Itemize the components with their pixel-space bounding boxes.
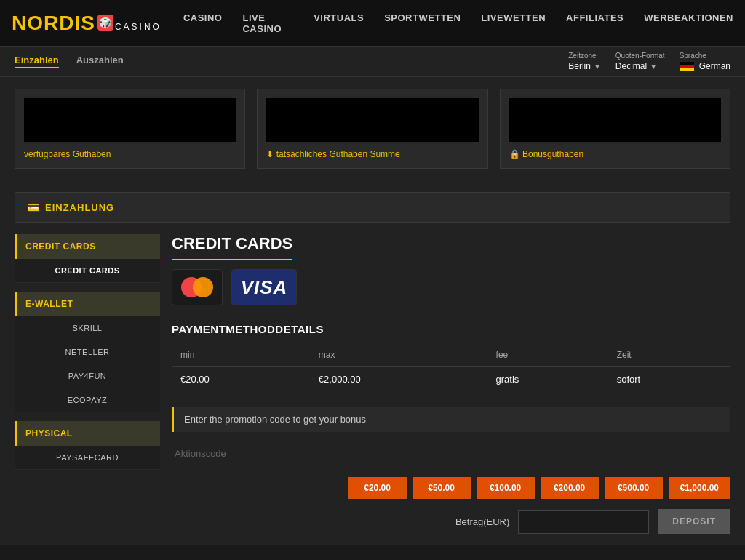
payment-right-content: CREDIT CARDS VISA PAYMENTMETHODDETAILS (172, 234, 730, 534)
content-grid: CREDIT CARDS CREDIT CARDS E-WALLET SKRIL… (15, 234, 730, 534)
category-credit-cards: CREDIT CARDS CREDIT CARDS (15, 234, 160, 283)
payment-method-title: CREDIT CARDS (172, 234, 292, 260)
mc-circle-right (193, 277, 213, 297)
logo-casino: CASINO (115, 22, 162, 35)
item-pay4fun[interactable]: PAY4FUN (15, 364, 160, 388)
category-ewallet: E-WALLET SKRILL NETELLER PAY4FUN ECOPAYZ (15, 292, 160, 412)
balance-available-label: verfügbares Guthaben (24, 149, 236, 159)
category-physical-items: PAYSAFECARD (15, 446, 160, 470)
th-min: min (172, 344, 310, 367)
format-value: Decimal (615, 61, 647, 71)
tab-einzahlen[interactable]: Einzahlen (15, 55, 59, 68)
language-value: German (699, 61, 730, 71)
payment-sidebar: CREDIT CARDS CREDIT CARDS E-WALLET SKRIL… (15, 234, 160, 534)
visa-text: VISA (241, 276, 288, 299)
sub-nav-links: Einzahlen Auszahlen (15, 55, 124, 68)
timezone-label: Zeitzone (568, 52, 601, 60)
visa-logo: VISA (231, 269, 297, 305)
flag-de-icon (680, 62, 694, 71)
balance-available-value (24, 98, 236, 142)
main-content: 💳 EINZAHLUNG CREDIT CARDS CREDIT CARDS E… (0, 180, 745, 545)
top-navigation: NORDIS 🎲 CASINO CASINO LIVE CASINO VIRTU… (0, 0, 745, 47)
einzahlung-icon: 💳 (27, 201, 39, 213)
balance-bonus-value (509, 98, 721, 142)
payment-details-title: PAYMENTMETHODDETAILS (172, 323, 730, 335)
language-label: Sprache (680, 52, 730, 60)
category-physical: PHYSICAL PAYSAFECARD (15, 421, 160, 470)
sub-navigation: Einzahlen Auszahlen Zeitzone Berlin ▼ Qu… (0, 47, 745, 77)
category-ewallet-header[interactable]: E-WALLET (15, 292, 160, 316)
nav-casino[interactable]: CASINO (183, 12, 223, 34)
deposit-button[interactable]: DEPOSIT (658, 509, 730, 534)
category-credit-cards-header[interactable]: CREDIT CARDS (15, 234, 160, 259)
amount-buttons: €20.00 €50.00 €100.00 €200.00 €500.00 €1… (172, 477, 730, 499)
nav-links: CASINO LIVE CASINO VIRTUALS SPORTWETTEN … (183, 12, 733, 34)
timezone-select[interactable]: Berlin ▼ (568, 61, 601, 71)
nav-affiliates[interactable]: AFFILIATES (566, 12, 624, 34)
amount-btn-200[interactable]: €200.00 (541, 477, 599, 499)
td-min: €20.00 (172, 367, 310, 393)
th-zeit: Zeit (608, 344, 730, 367)
amount-btn-100[interactable]: €100.00 (477, 477, 535, 499)
category-ewallet-items: SKRILL NETELLER PAY4FUN ECOPAYZ (15, 316, 160, 412)
nav-virtuals[interactable]: VIRTUALS (314, 12, 364, 34)
format-arrow: ▼ (650, 63, 657, 71)
th-fee: fee (487, 344, 608, 367)
amount-btn-500[interactable]: €500.00 (605, 477, 663, 499)
category-physical-header[interactable]: PHYSICAL (15, 421, 160, 446)
table-row: €20.00 €2,000.00 gratis sofort (172, 367, 730, 393)
language-select[interactable]: German (680, 61, 730, 71)
mastercard-logo (172, 269, 223, 305)
nav-live-casino[interactable]: LIVE CASINO (242, 12, 293, 34)
balance-actual-value (266, 98, 478, 142)
language-dropdown[interactable]: Sprache German (680, 52, 730, 71)
einzahlung-header: 💳 EINZAHLUNG (15, 192, 730, 223)
format-label: Quoten-Format (615, 52, 665, 60)
nav-sportwetten[interactable]: SPORTWETTEN (384, 12, 461, 34)
nav-livewetten[interactable]: LIVEWETTEN (481, 12, 546, 34)
timezone-value: Berlin (568, 61, 591, 71)
balance-card-bonus: 🔒 Bonusguthaben (500, 89, 730, 169)
amount-btn-1000[interactable]: €1,000.00 (669, 477, 730, 499)
deposit-row: Betrag(EUR) DEPOSIT (172, 509, 730, 534)
amount-btn-50[interactable]: €50.00 (413, 477, 471, 499)
logo-name: NORDIS (12, 12, 95, 35)
item-credit-cards[interactable]: CREDIT CARDS (15, 259, 160, 283)
item-neteller[interactable]: NETELLER (15, 340, 160, 364)
item-skrill[interactable]: SKRILL (15, 316, 160, 340)
download-icon: ⬇ (266, 149, 274, 159)
einzahlung-title: EINZAHLUNG (45, 202, 114, 213)
format-select[interactable]: Decimal ▼ (615, 61, 665, 71)
td-fee: gratis (487, 367, 608, 393)
timezone-arrow: ▼ (594, 63, 601, 71)
th-max: max (310, 344, 487, 367)
payment-details-table: min max fee Zeit €20.00 €2,000.00 gratis… (172, 344, 730, 392)
balance-card-actual: ⬇ tatsächliches Guthaben Summe (257, 89, 487, 169)
promo-box: Enter the promotion code to get your bon… (172, 407, 730, 432)
format-dropdown[interactable]: Quoten-Format Decimal ▼ (615, 52, 665, 71)
balance-actual-label: ⬇ tatsächliches Guthaben Summe (266, 149, 478, 159)
dice-icon: 🎲 (97, 15, 113, 31)
betrag-label: Betrag(EUR) (455, 516, 509, 527)
mastercard-circles (181, 277, 213, 297)
card-logos: VISA (172, 269, 730, 305)
timezone-dropdown[interactable]: Zeitzone Berlin ▼ (568, 52, 601, 71)
amount-btn-20[interactable]: €20.00 (348, 477, 407, 499)
promo-text: Enter the promotion code to get your bon… (184, 414, 366, 425)
site-logo[interactable]: NORDIS 🎲 CASINO (12, 12, 162, 35)
balance-section: verfügbares Guthaben ⬇ tatsächliches Gut… (0, 77, 745, 180)
td-max: €2,000.00 (310, 367, 487, 393)
sub-nav-right: Zeitzone Berlin ▼ Quoten-Format Decimal … (568, 52, 730, 71)
promo-input[interactable] (172, 442, 332, 465)
balance-card-available: verfügbares Guthaben (15, 89, 245, 169)
lock-icon: 🔒 (509, 149, 520, 159)
balance-bonus-label: 🔒 Bonusguthaben (509, 149, 721, 159)
betrag-input[interactable] (518, 510, 649, 534)
td-zeit: sofort (608, 367, 730, 393)
nav-werbeaktionen[interactable]: WERBEAKTIONEN (644, 12, 733, 34)
item-paysafecard[interactable]: PAYSAFECARD (15, 446, 160, 470)
tab-auszahlen[interactable]: Auszahlen (76, 55, 124, 68)
item-ecopayz[interactable]: ECOPAYZ (15, 388, 160, 412)
category-credit-cards-items: CREDIT CARDS (15, 259, 160, 283)
